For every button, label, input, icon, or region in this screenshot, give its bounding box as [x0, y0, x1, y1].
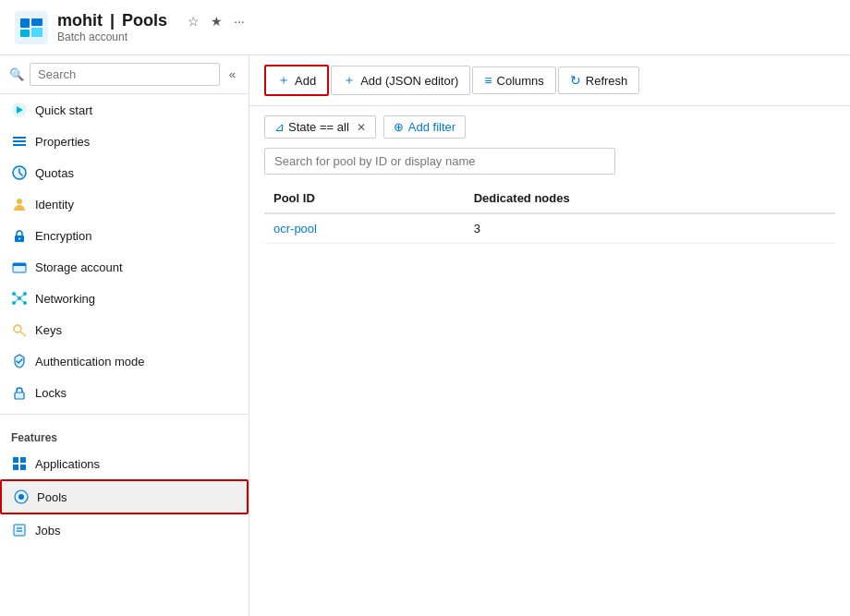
sidebar-item-label: Networking	[35, 292, 95, 306]
keys-icon	[11, 321, 28, 338]
svg-rect-7	[13, 140, 26, 142]
filter-close-icon[interactable]: ✕	[357, 121, 366, 134]
sidebar-item-label: Quotas	[35, 166, 74, 180]
sidebar-item-quotas[interactable]: Quotas	[0, 157, 249, 188]
sidebar-item-label: Pools	[37, 490, 67, 504]
dedicated-nodes-cell: 3	[465, 213, 835, 244]
table-body: ocr-pool3	[264, 213, 835, 244]
state-filter-chip[interactable]: ⊿ State == all ✕	[264, 115, 376, 139]
jobs-icon	[11, 522, 28, 538]
state-operator: ==	[320, 120, 337, 134]
sidebar-item-properties[interactable]: Properties	[0, 126, 249, 157]
header-action-icons: ☆ ★ ···	[186, 12, 247, 30]
add-json-label: Add (JSON editor)	[360, 74, 458, 88]
pools-table: Pool ID Dedicated nodes ocr-pool3	[264, 184, 835, 244]
add-label: Add	[295, 74, 316, 88]
sidebar-item-networking[interactable]: Networking	[0, 283, 249, 314]
header: mohit | Pools ☆ ★ ··· Batch account	[0, 0, 850, 55]
sidebar-item-label: Applications	[35, 457, 100, 471]
add-button[interactable]: ＋ Add	[264, 65, 329, 96]
sidebar-item-quick-start[interactable]: Quick start	[0, 94, 249, 126]
table-header: Pool ID Dedicated nodes	[264, 184, 835, 213]
sidebar-item-label: Encryption	[35, 229, 91, 243]
dedicated-nodes-column-header: Dedicated nodes	[465, 184, 835, 213]
columns-button[interactable]: ≡ Columns	[472, 66, 555, 94]
content-search-area	[264, 148, 835, 175]
page-name: Pools	[122, 11, 167, 30]
filter-bar: ⊿ State == all ✕ ⊕ Add filter	[249, 106, 850, 148]
pools-icon	[13, 489, 30, 505]
svg-rect-28	[20, 457, 26, 463]
state-filter-label: State == all	[288, 120, 349, 134]
sidebar-item-jobs[interactable]: Jobs	[0, 514, 249, 546]
sidebar-search-area: 🔍 «	[0, 55, 249, 94]
header-title-group: mohit | Pools ☆ ★ ··· Batch account	[57, 11, 247, 43]
quick-start-icon	[11, 102, 28, 118]
svg-rect-4	[31, 28, 42, 37]
sidebar-item-label: Keys	[35, 323, 62, 337]
svg-rect-26	[15, 393, 24, 399]
title-separator: |	[110, 11, 115, 30]
svg-line-21	[19, 294, 25, 298]
svg-point-10	[17, 199, 22, 204]
svg-rect-27	[13, 457, 18, 463]
table-area: Pool ID Dedicated nodes ocr-pool3	[249, 184, 850, 616]
state-label: State	[288, 120, 316, 134]
sidebar-item-label: Storage account	[35, 260, 123, 274]
pool-search-input[interactable]	[264, 148, 615, 175]
pool-id-link[interactable]: ocr-pool	[273, 222, 317, 236]
add-json-editor-button[interactable]: ＋ Add (JSON editor)	[331, 66, 470, 95]
networking-icon	[11, 290, 28, 307]
sidebar-item-storage-account[interactable]: Storage account	[0, 251, 249, 283]
more-options-icon[interactable]: ···	[232, 12, 247, 30]
filter-funnel-icon: ⊿	[274, 120, 285, 134]
svg-rect-2	[20, 30, 30, 37]
sidebar: 🔍 « Quick start Properties Quotas	[0, 55, 249, 616]
svg-rect-33	[14, 525, 25, 536]
columns-icon: ≡	[484, 73, 492, 88]
svg-line-25	[20, 332, 26, 336]
sidebar-item-encryption[interactable]: Encryption	[0, 220, 249, 251]
sidebar-search-input[interactable]	[30, 63, 220, 86]
features-section-label: Features	[0, 420, 249, 448]
sidebar-item-identity[interactable]: Identity	[0, 188, 249, 220]
refresh-button[interactable]: ↻ Refresh	[558, 66, 640, 94]
favorite-filled-icon[interactable]: ★	[209, 12, 225, 30]
sidebar-item-label: Authentication mode	[35, 355, 145, 368]
svg-line-22	[14, 298, 19, 303]
table-row: ocr-pool3	[264, 213, 835, 244]
sidebar-item-authentication-mode[interactable]: Authentication mode	[0, 345, 249, 377]
columns-label: Columns	[497, 74, 544, 88]
header-title: mohit | Pools ☆ ★ ···	[57, 11, 247, 30]
sidebar-item-label: Identity	[35, 198, 74, 211]
favorite-outline-icon[interactable]: ☆	[186, 12, 201, 30]
svg-line-20	[14, 294, 19, 298]
search-icon: 🔍	[9, 67, 24, 81]
sidebar-item-keys[interactable]: Keys	[0, 314, 249, 345]
pool-id-column-header: Pool ID	[264, 184, 465, 213]
state-value: all	[337, 120, 349, 134]
sidebar-collapse-button[interactable]: «	[225, 66, 239, 83]
sidebar-item-label: Jobs	[35, 524, 60, 537]
sidebar-item-applications[interactable]: Applications	[0, 448, 249, 479]
svg-point-32	[18, 494, 24, 500]
svg-rect-14	[13, 263, 26, 266]
svg-rect-30	[20, 465, 26, 470]
svg-line-23	[19, 298, 25, 303]
add-filter-button[interactable]: ⊕ Add filter	[383, 115, 466, 139]
encryption-icon	[11, 227, 28, 244]
svg-rect-29	[13, 465, 18, 470]
quotas-icon	[11, 164, 28, 181]
batch-account-icon	[15, 11, 48, 44]
sidebar-item-pools[interactable]: Pools	[0, 479, 249, 514]
locks-icon	[11, 384, 28, 401]
pool-id-cell[interactable]: ocr-pool	[264, 213, 465, 244]
add-icon: ＋	[277, 72, 290, 89]
add-filter-label: Add filter	[408, 120, 455, 134]
svg-rect-6	[13, 137, 26, 139]
auth-mode-icon	[11, 353, 28, 369]
sidebar-item-locks[interactable]: Locks	[0, 377, 249, 408]
storage-account-icon	[11, 259, 28, 275]
sidebar-divider	[0, 414, 249, 415]
svg-rect-8	[13, 144, 26, 146]
